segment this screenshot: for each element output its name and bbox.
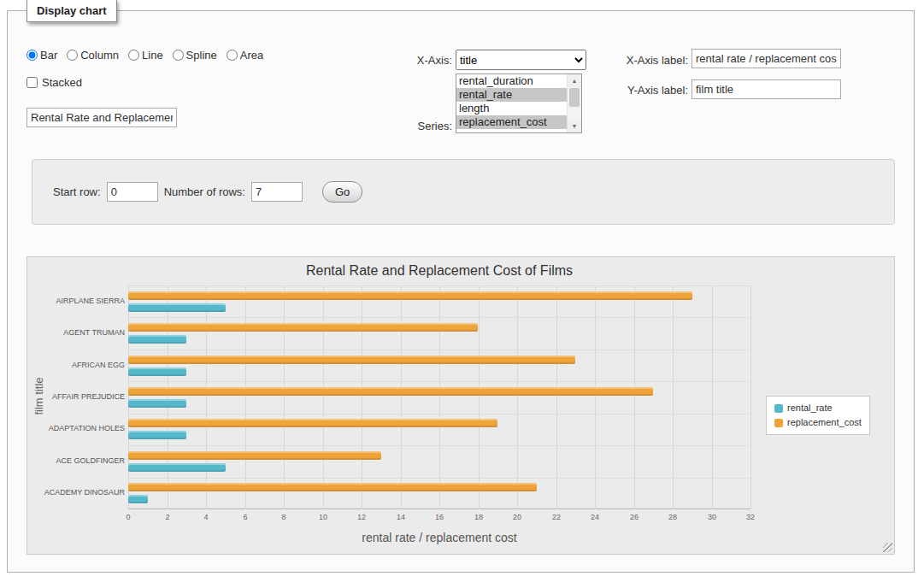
chart-type-label: Area: [240, 49, 263, 62]
number-of-rows-label: Number of rows:: [164, 185, 245, 198]
horizontal-gridline: [128, 478, 750, 479]
fieldset-legend: Display chart: [26, 0, 117, 22]
bar-replacement_cost[interactable]: [128, 451, 381, 460]
vertical-gridline: [128, 285, 129, 509]
chart-x-axis-title: rental rate / replacement cost: [128, 531, 750, 544]
stacked-label: Stacked: [42, 76, 82, 89]
bar-rental_rate[interactable]: [128, 463, 226, 472]
x-axis-label-input[interactable]: [692, 49, 841, 68]
horizontal-gridline: [128, 317, 750, 318]
vertical-gridline: [206, 285, 207, 509]
chart-type-radio-spline[interactable]: [173, 50, 184, 61]
x-axis-select-label: X-Axis:: [333, 54, 452, 67]
chart-type-radio-bar[interactable]: [26, 50, 38, 61]
chart-type-label: Bar: [40, 49, 57, 62]
x-axis-tick-label: 28: [668, 513, 677, 521]
display-chart-fieldset: Display chart BarColumnLineSplineArea St…: [7, 10, 915, 573]
bar-replacement_cost[interactable]: [128, 356, 575, 364]
bar-rental_rate[interactable]: [128, 367, 186, 376]
category-label: ADAPTATION HOLES: [31, 424, 125, 432]
vertical-gridline: [517, 285, 518, 509]
bar-rental_rate[interactable]: [128, 431, 186, 439]
category-label: AIRPLANE SIERRA: [31, 297, 125, 305]
chart-container: Rental Rate and Replacement Cost of Film…: [26, 256, 895, 555]
bar-replacement_cost[interactable]: [128, 323, 478, 332]
legend-item-replacement_cost[interactable]: replacement_cost: [774, 415, 862, 430]
y-axis-label-input[interactable]: [692, 79, 841, 99]
start-row-input[interactable]: [107, 182, 158, 202]
category-label: AFFAIR PREJUDICE: [31, 392, 125, 401]
x-axis-tick-label: 32: [746, 513, 755, 521]
series-listbox[interactable]: rental_durationrental_ratelengthreplacem…: [456, 73, 582, 133]
horizontal-gridline: [128, 445, 750, 446]
vertical-gridline: [284, 285, 285, 509]
bar-rental_rate[interactable]: [128, 303, 226, 312]
bar-replacement_cost[interactable]: [128, 419, 497, 427]
resize-handle[interactable]: [883, 543, 892, 552]
category-label: AFRICAN EGG: [31, 361, 125, 369]
vertical-gridline: [479, 285, 480, 509]
vertical-gridline: [323, 285, 324, 509]
vertical-gridline: [245, 285, 246, 509]
chart-type-column[interactable]: Column: [67, 49, 119, 62]
chart-type-radio-line[interactable]: [128, 50, 139, 61]
bar-rental_rate[interactable]: [128, 399, 186, 408]
chart-type-label: Column: [80, 49, 119, 62]
series-option-length[interactable]: length: [456, 102, 567, 115]
legend-label: rental_rate: [787, 401, 833, 415]
x-axis-tick-label: 10: [319, 513, 327, 521]
chart-type-bar[interactable]: Bar: [26, 49, 57, 62]
vertical-gridline: [439, 285, 440, 509]
bar-replacement_cost[interactable]: [128, 483, 537, 491]
x-axis-title-label: X-Axis label:: [546, 54, 688, 67]
vertical-gridline: [556, 285, 557, 509]
chart-type-radio-column[interactable]: [67, 50, 78, 61]
vertical-gridline: [362, 285, 362, 509]
series-option-replacement_cost[interactable]: replacement_cost: [456, 115, 567, 129]
vertical-gridline: [595, 285, 596, 509]
rows-panel: Start row: Number of rows: Go: [32, 159, 895, 225]
horizontal-gridline: [128, 285, 750, 286]
vertical-gridline: [673, 285, 674, 509]
chart-type-radio-area[interactable]: [227, 50, 238, 61]
vertical-gridline: [168, 285, 168, 509]
bar-rental_rate[interactable]: [128, 335, 186, 344]
chart-type-radio-group: BarColumnLineSplineArea: [26, 49, 263, 62]
chart-type-area[interactable]: Area: [227, 49, 263, 62]
category-label: ACADEMY DINOSAUR: [31, 488, 125, 497]
go-button[interactable]: Go: [322, 181, 362, 203]
x-axis-tick-label: 30: [708, 513, 716, 521]
scroll-down-icon[interactable]: ▼: [568, 120, 581, 132]
legend-swatch: [774, 404, 783, 413]
number-of-rows-input[interactable]: [251, 182, 303, 202]
x-axis-tick-label: 26: [630, 513, 639, 521]
stacked-checkbox[interactable]: [26, 77, 38, 88]
legend-swatch: [774, 419, 783, 427]
x-axis-tick-label: 12: [357, 513, 366, 521]
x-axis-tick-label: 14: [397, 513, 405, 521]
chart-type-spline[interactable]: Spline: [173, 49, 217, 62]
vertical-gridline: [634, 285, 635, 509]
category-label: AGENT TRUMAN: [31, 328, 125, 337]
vertical-gridline: [750, 285, 751, 509]
chart-y-axis-title: film title: [32, 311, 45, 482]
bar-replacement_cost[interactable]: [128, 291, 692, 300]
y-axis-title-label: Y-Axis label:: [546, 84, 688, 97]
plot-area: 02468101214161820222426283032AIRPLANE SI…: [128, 285, 750, 509]
stacked-checkbox-row[interactable]: Stacked: [26, 76, 82, 89]
chart-title-input[interactable]: [26, 108, 177, 127]
x-axis-tick-label: 6: [243, 513, 247, 521]
x-axis-tick-label: 18: [474, 513, 483, 521]
x-axis-tick-label: 22: [552, 513, 561, 521]
legend-label: replacement_cost: [787, 415, 862, 430]
bar-replacement_cost[interactable]: [128, 387, 653, 396]
chart-type-label: Line: [142, 49, 163, 62]
vertical-gridline: [712, 285, 713, 509]
legend-item-rental_rate[interactable]: rental_rate: [774, 401, 862, 415]
x-axis-tick-label: 24: [591, 513, 599, 521]
bar-rental_rate[interactable]: [128, 495, 148, 503]
x-axis-tick-label: 4: [203, 513, 208, 521]
vertical-gridline: [401, 285, 402, 509]
chart-legend: rental_ratereplacement_cost: [766, 396, 870, 435]
chart-type-line[interactable]: Line: [128, 49, 163, 62]
